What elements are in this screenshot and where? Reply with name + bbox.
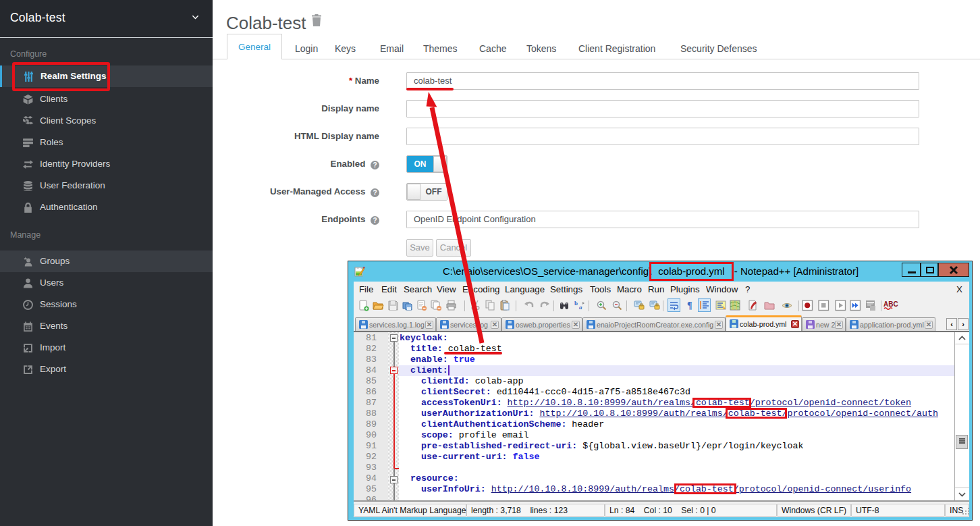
svg-text:ABC: ABC	[883, 300, 898, 308]
svg-text:a: a	[579, 304, 582, 311]
svg-text:¶: ¶	[687, 300, 692, 311]
svg-text:b: b	[574, 300, 578, 307]
